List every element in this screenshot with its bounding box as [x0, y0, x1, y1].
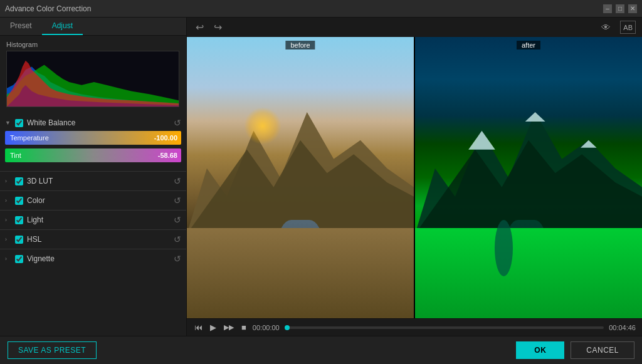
preview-toolbar: ↩ ↪ 👁 AB: [187, 18, 642, 37]
ok-button[interactable]: OK: [516, 341, 564, 359]
timeline-progress-indicator: [285, 325, 290, 330]
eye-icon-button[interactable]: 👁: [598, 21, 614, 34]
step-back-button[interactable]: ⏮: [193, 321, 204, 333]
playback-bar: ⏮ ▶ ▶▶ ■ 00:00:00 00:04:46: [187, 318, 642, 336]
white-balance-header[interactable]: ▼ White Balance ↺: [5, 115, 181, 131]
histogram-label: Histogram: [6, 41, 180, 48]
histogram-section: Histogram: [0, 36, 186, 112]
wb-reset-icon[interactable]: ↺: [174, 118, 181, 128]
color-reset-icon[interactable]: ↺: [174, 195, 181, 205]
color-label: Color: [27, 196, 170, 205]
stop-button[interactable]: ■: [240, 321, 248, 333]
section-color[interactable]: › Color ↺: [0, 192, 186, 209]
title-bar: Advance Color Correction – □ ✕: [0, 0, 642, 18]
preview-split-divider[interactable]: [414, 37, 415, 318]
left-panel: Preset Adjust Histogram: [0, 18, 187, 336]
controls-area: ▼ White Balance ↺ Temperature -100.00: [0, 112, 186, 336]
sun-glow: [244, 107, 282, 145]
total-time: 00:04:46: [609, 324, 636, 331]
color-expand-icon: ›: [5, 197, 11, 204]
wb-label: White Balance: [27, 118, 170, 127]
window-controls: – □ ✕: [603, 4, 637, 13]
minimize-button[interactable]: –: [603, 4, 612, 13]
light-label: Light: [27, 216, 170, 224]
cancel-button[interactable]: CANCEL: [571, 341, 634, 359]
white-balance-section: ▼ White Balance ↺ Temperature -100.00: [0, 115, 186, 170]
3dlut-reset-icon[interactable]: ↺: [174, 176, 181, 186]
temperature-track-bg: [5, 131, 181, 145]
wb-expand-icon: ▼: [5, 120, 11, 126]
vignette-checkbox[interactable]: [15, 255, 23, 263]
tint-slider-track[interactable]: Tint -58.68: [5, 148, 181, 162]
wb-checkbox[interactable]: [15, 119, 23, 127]
vignette-label: Vignette: [27, 254, 170, 263]
svg-marker-5: [525, 112, 545, 122]
divider-1: [0, 171, 186, 172]
toolbar-right: 👁 AB: [598, 21, 636, 34]
divider-2: [0, 190, 186, 191]
svg-marker-6: [581, 140, 597, 148]
tint-track-bg: [5, 148, 181, 162]
preview-after-panel: after: [415, 37, 642, 318]
divider-5: [0, 249, 186, 249]
light-expand-icon: ›: [5, 217, 11, 223]
current-time: 00:00:00: [253, 324, 280, 331]
main-layout: Preset Adjust Histogram: [0, 18, 642, 336]
dialog-buttons: OK CANCEL: [516, 341, 634, 359]
section-hsl[interactable]: › HSL ↺: [0, 231, 186, 247]
hsl-checkbox[interactable]: [15, 236, 23, 244]
play-forward-button[interactable]: ▶▶: [223, 322, 235, 333]
svg-marker-4: [468, 131, 495, 150]
hsl-label: HSL: [27, 235, 170, 244]
divider-3: [0, 210, 186, 211]
bottom-bar: SAVE AS PRESET OK CANCEL: [0, 336, 642, 364]
tab-preset[interactable]: Preset: [0, 18, 42, 35]
light-checkbox[interactable]: [15, 216, 23, 224]
tabs-bar: Preset Adjust: [0, 18, 186, 36]
preview-area: before: [187, 37, 642, 318]
undo-button[interactable]: ↩: [193, 20, 206, 34]
temperature-slider-track[interactable]: Temperature -100.00: [5, 131, 181, 145]
window-title: Advance Color Correction: [5, 4, 91, 13]
color-checkbox[interactable]: [15, 197, 23, 205]
maximize-button[interactable]: □: [616, 4, 624, 13]
save-as-preset-button[interactable]: SAVE AS PRESET: [8, 341, 97, 359]
hsl-reset-icon[interactable]: ↺: [174, 234, 181, 244]
section-light[interactable]: › Light ↺: [0, 212, 186, 228]
section-3dlut[interactable]: › 3D LUT ↺: [0, 173, 186, 189]
hsl-expand-icon: ›: [5, 236, 11, 242]
redo-button[interactable]: ↪: [211, 20, 224, 34]
3dlut-label: 3D LUT: [27, 177, 170, 185]
divider-4: [0, 229, 186, 230]
3dlut-expand-icon: ›: [5, 178, 11, 184]
light-reset-icon[interactable]: ↺: [174, 215, 181, 225]
tab-adjust[interactable]: Adjust: [42, 18, 83, 35]
close-button[interactable]: ✕: [628, 4, 637, 13]
toolbar-left: ↩ ↪: [193, 20, 224, 34]
temperature-slider-row: Temperature -100.00: [5, 131, 181, 145]
before-label: before: [285, 41, 315, 49]
play-pause-button[interactable]: ▶: [209, 321, 218, 333]
tint-slider-row: Tint -58.68: [5, 148, 181, 162]
vignette-reset-icon[interactable]: ↺: [174, 254, 181, 264]
section-vignette[interactable]: › Vignette ↺: [0, 251, 186, 267]
right-panel: ↩ ↪ 👁 AB before: [187, 18, 642, 336]
vignette-expand-icon: ›: [5, 256, 11, 262]
ab-compare-button[interactable]: AB: [620, 21, 636, 34]
preview-before-panel: before: [187, 37, 414, 318]
histogram-canvas: [6, 51, 179, 107]
timeline-bar[interactable]: [285, 326, 604, 329]
3dlut-checkbox[interactable]: [15, 177, 23, 185]
after-label: after: [517, 41, 540, 49]
